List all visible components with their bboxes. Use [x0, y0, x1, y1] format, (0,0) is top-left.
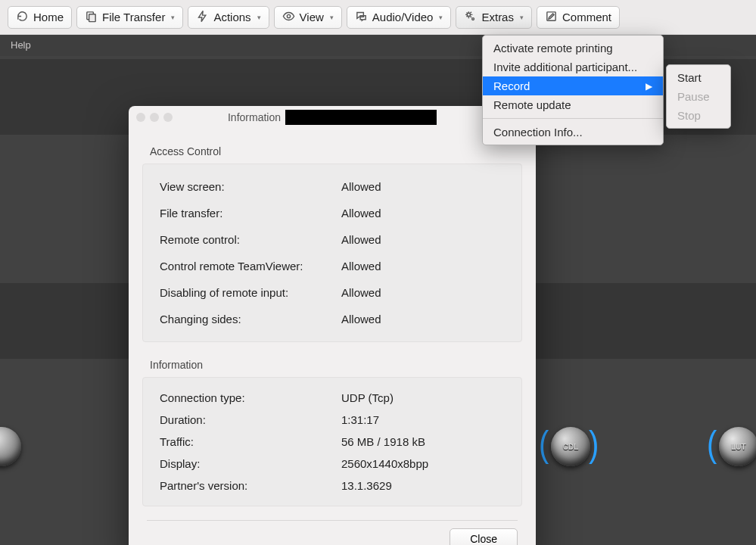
dialog-separator — [147, 520, 518, 521]
bg-node — [0, 427, 21, 466]
submenu-arrow-icon: ▶ — [646, 81, 652, 92]
info-row: Duration:1:31:17 — [160, 409, 505, 431]
view-label: View — [300, 11, 324, 23]
svg-point-4 — [472, 17, 474, 20]
top-toolbar: Home File Transfer ▾ Actions ▾ View ▾ Au… — [0, 0, 756, 35]
menu-separator — [483, 118, 663, 119]
file-transfer-button[interactable]: File Transfer ▾ — [76, 6, 183, 29]
bg-bracket: ) — [589, 424, 599, 465]
comment-button[interactable]: Comment — [537, 6, 620, 29]
access-row: Disabling of remote input:Allowed — [160, 279, 505, 306]
chevron-down-icon: ▾ — [520, 14, 524, 21]
menu-item-remote-update[interactable]: Remote update — [483, 95, 663, 114]
chevron-down-icon: ▾ — [330, 14, 334, 21]
eye-icon — [282, 10, 295, 25]
record-submenu: Start Pause Stop — [666, 64, 731, 129]
menu-item-connection-info[interactable]: Connection Info... — [483, 123, 663, 142]
actions-button[interactable]: Actions ▾ — [188, 6, 269, 29]
info-row: Partner's version:13.1.3629 — [160, 475, 505, 497]
home-button[interactable]: Home — [8, 6, 72, 29]
chevron-down-icon: ▾ — [439, 14, 443, 21]
bg-node-lut: LUT — [719, 427, 756, 466]
information-panel: Connection type:UDP (Tcp) Duration:1:31:… — [142, 377, 522, 506]
edit-icon — [545, 10, 558, 25]
menu-item-invite-participant[interactable]: Invite additional participant... — [483, 58, 663, 76]
access-row: Control remote TeamViewer:Allowed — [160, 253, 505, 279]
dialog-footer: Close — [129, 528, 536, 545]
info-row: Connection type:UDP (Tcp) — [160, 387, 505, 409]
bg-node-cdl: CDL — [551, 427, 590, 466]
info-row: Display:2560x1440x8bpp — [160, 453, 505, 475]
chevron-down-icon: ▾ — [171, 14, 175, 21]
information-heading: Information — [129, 342, 536, 377]
file-transfer-icon — [85, 10, 98, 25]
menu-item-record[interactable]: Record ▶ — [483, 76, 663, 95]
audio-video-button[interactable]: Audio/Video ▾ — [347, 6, 452, 29]
access-row: Changing sides:Allowed — [160, 306, 505, 332]
redacted-partner-id — [285, 110, 437, 125]
menu-item-record-pause: Pause — [667, 87, 730, 106]
view-button[interactable]: View ▾ — [274, 6, 342, 29]
extras-menu: Activate remote printing Invite addition… — [482, 35, 664, 145]
access-control-heading: Access Control — [129, 129, 536, 164]
audio-video-label: Audio/Video — [372, 11, 434, 23]
svg-point-2 — [287, 14, 290, 17]
home-label: Home — [33, 11, 64, 23]
chat-icon — [355, 10, 368, 25]
bg-bracket: ( — [707, 424, 717, 465]
menu-item-record-start[interactable]: Start — [667, 68, 730, 87]
access-row: View screen:Allowed — [160, 173, 505, 200]
chevron-down-icon: ▾ — [257, 14, 261, 21]
file-transfer-label: File Transfer — [102, 11, 165, 23]
comment-label: Comment — [562, 11, 611, 23]
access-row: Remote control:Allowed — [160, 226, 505, 253]
lightning-icon — [196, 10, 209, 25]
dialog-title: Information — [228, 110, 437, 125]
access-row: File transfer:Allowed — [160, 200, 505, 226]
extras-label: Extras — [481, 11, 514, 23]
dialog-titlebar[interactable]: Information — [129, 106, 536, 129]
traffic-light-minimize[interactable] — [150, 113, 159, 122]
connection-info-dialog: Information Access Control View screen:A… — [129, 106, 536, 545]
menu-item-record-stop: Stop — [667, 106, 730, 125]
menu-item-activate-printing[interactable]: Activate remote printing — [483, 39, 663, 58]
close-button[interactable]: Close — [450, 528, 518, 545]
extras-button[interactable]: Extras ▾ — [456, 6, 532, 29]
home-icon — [16, 10, 29, 25]
traffic-light-close[interactable] — [136, 113, 145, 122]
gears-icon — [464, 10, 477, 25]
bg-bracket: ( — [539, 424, 549, 465]
access-control-panel: View screen:Allowed File transfer:Allowe… — [142, 164, 522, 342]
svg-rect-1 — [89, 14, 96, 21]
help-label: Help — [11, 39, 31, 51]
actions-label: Actions — [213, 11, 250, 23]
info-row: Traffic:56 MB / 1918 kB — [160, 431, 505, 453]
traffic-light-zoom[interactable] — [163, 113, 173, 122]
